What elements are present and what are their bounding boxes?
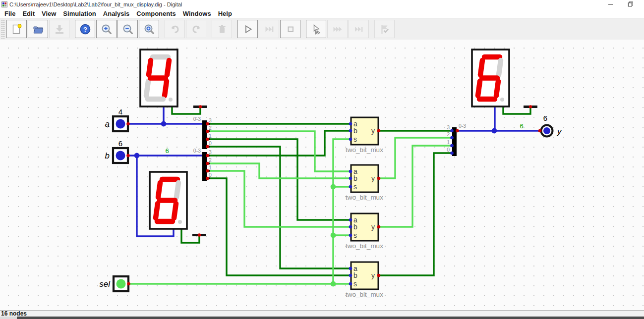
toolbar-drag-handle[interactable] [1,20,4,39]
segment-e [146,81,148,96]
seven-seg-display-a[interactable] [140,50,177,106]
pin-dot [377,274,381,277]
restore-button[interactable] [626,0,635,8]
splitter-pin-label: 1 [209,133,212,139]
segment-e [478,81,480,96]
splitter-bus-label: 0-3 [193,148,201,154]
input-sel[interactable]: sel [99,276,130,291]
menu-item-components[interactable]: Components [133,9,179,18]
delete-icon [216,23,228,35]
seven-seg-display-y[interactable] [472,50,509,106]
menu-bar: FileEditViewSimulationAnalysisComponents… [0,9,644,18]
menu-item-windows[interactable]: Windows [179,9,215,18]
help-button[interactable]: ? [75,20,95,38]
delete-button[interactable] [212,20,232,38]
menu-item-simulation[interactable]: Simulation [59,9,99,18]
two-bit-mux-1[interactable]: absytwo_bit_mux [346,213,383,250]
splitter-pin-label: 0 [209,172,212,178]
svg-text:?: ? [83,25,87,33]
wire-junction [134,153,140,159]
undo-button[interactable] [165,20,185,38]
single-gate-step-button[interactable] [259,20,279,38]
mux-pin-label: s [353,183,357,191]
pin-dot [349,129,352,133]
pin-dot [529,105,532,108]
ground-1[interactable] [193,105,207,108]
wire[interactable] [207,139,351,220]
run-fast-button[interactable] [327,20,348,38]
pin-dot [377,177,381,180]
run-tests-button[interactable] [374,20,395,38]
zoom-fit-button[interactable] [139,20,159,38]
stop-simulation-button[interactable] [280,20,300,38]
zoom-out-button[interactable] [117,20,138,38]
wire-value-label: 6 [520,122,523,130]
save-file-button[interactable] [49,20,69,38]
wire[interactable] [207,147,351,268]
pin-dot [199,105,202,108]
toolbar-group [212,20,233,38]
menu-item-view[interactable]: View [38,9,59,18]
bus-splitter-a[interactable]: 0-33210 [193,116,212,149]
run-to-break-button[interactable] [306,20,326,38]
splitter-pin-label: 2 [209,125,212,131]
toolbar-group [237,20,301,38]
circuit-canvas[interactable]: 660-332100-332100-33210absytwo_bit_muxab… [0,40,644,310]
menu-item-file[interactable]: File [1,9,19,18]
zoom-in-icon [101,23,113,35]
run-fast-icon [332,23,344,35]
wire[interactable] [378,138,452,178]
wire[interactable] [378,146,452,227]
start-simulation-button[interactable] [237,20,258,38]
wire[interactable] [207,131,351,171]
zoom-out-icon [122,23,134,35]
save-file-icon [54,23,65,35]
zoom-in-button[interactable] [96,20,117,38]
pin-dot [349,177,352,180]
bus-merger-y[interactable]: 0-33210 [447,123,466,156]
wire[interactable] [333,139,351,284]
mux-caption: two_bit_mux [346,242,383,250]
seven-seg-display-b[interactable] [150,172,187,229]
title-bar: C:\Users\rrajeev1\Desktop\Lab2\Lab2\four… [0,0,644,9]
bus-splitter-b[interactable]: 0-33210 [193,148,212,181]
two-bit-mux-0[interactable]: absytwo_bit_mux [346,262,383,298]
output-y[interactable]: y6 [538,114,562,137]
pin-dot [377,129,381,133]
pin-dot [198,233,201,237]
redo-button[interactable] [186,20,206,38]
run-tests-fast-button[interactable] [349,20,369,38]
minimize-button[interactable] [606,0,615,8]
new-file-button[interactable] [6,20,27,38]
ground-2[interactable] [192,233,206,237]
merger-bus-label: 0-3 [459,123,466,129]
horizontal-scrollbar[interactable] [0,317,644,319]
input-a[interactable]: a4 [105,107,130,131]
two-bit-mux-3[interactable]: absytwo_bit_mux [346,117,383,154]
input-state-lamp [116,119,125,129]
start-simulation-icon [242,23,254,35]
menu-item-edit[interactable]: Edit [19,9,38,18]
menu-item-help[interactable]: Help [215,9,235,18]
zoom-fit-icon [143,23,155,35]
toolbar-group [306,20,370,38]
wire[interactable] [207,131,351,156]
two-bit-mux-2[interactable]: absytwo_bit_mux [346,165,383,201]
wire[interactable] [378,153,452,275]
wire[interactable] [207,171,351,227]
circuit-drawing[interactable]: 660-332100-332100-33210absytwo_bit_muxab… [0,40,644,310]
segment-e [156,204,158,218]
toolbar: ? [0,18,644,40]
ground-3[interactable] [524,105,537,108]
mux-caption: two_bit_mux [346,194,383,201]
menu-item-analysis[interactable]: Analysis [100,9,133,18]
pin-dot [377,225,381,229]
mux-pin-label: b [353,174,357,182]
status-bar: 16 nodes [0,310,644,317]
input-b[interactable]: b6 [105,139,130,163]
scrollbar-corner [0,317,17,319]
pin-dot [349,282,352,286]
open-file-button[interactable] [28,20,48,38]
segment-c [165,81,167,96]
output-state-lamp [543,127,550,134]
